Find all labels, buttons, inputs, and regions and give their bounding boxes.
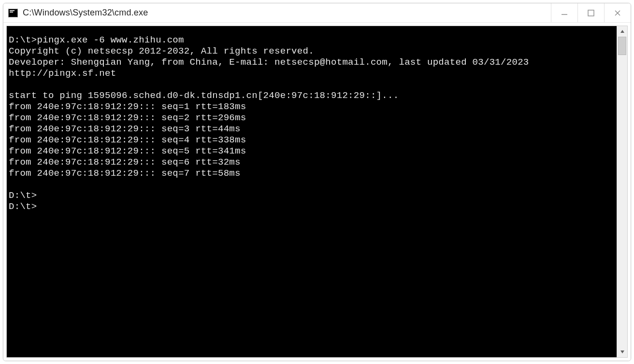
svg-rect-1 [588,10,594,16]
minimize-button[interactable] [551,3,577,22]
cmd-window: C:\Windows\System32\cmd.exe D:\t>pingx.e… [3,3,631,361]
scroll-track[interactable] [617,37,627,347]
maximize-button[interactable] [577,3,604,22]
window-title: C:\Windows\System32\cmd.exe [23,8,148,18]
close-icon [613,9,622,17]
titlebar[interactable]: C:\Windows\System32\cmd.exe [3,3,631,23]
terminal-wrap: D:\t>pingx.exe -6 www.zhihu.com Copyrigh… [6,26,628,358]
close-button[interactable] [604,3,631,22]
window-controls [551,3,631,22]
minimize-icon [560,9,569,17]
cmd-icon [8,9,18,17]
client-area: D:\t>pingx.exe -6 www.zhihu.com Copyrigh… [3,23,631,361]
scroll-thumb[interactable] [618,37,626,55]
scroll-up-button[interactable] [617,26,627,37]
maximize-icon [587,9,595,17]
scrollbar[interactable] [617,26,627,357]
chevron-down-icon [620,350,625,354]
chevron-up-icon [620,29,625,34]
scroll-down-button[interactable] [617,347,627,357]
terminal[interactable]: D:\t>pingx.exe -6 www.zhihu.com Copyrigh… [7,26,617,357]
svg-marker-5 [620,350,624,353]
svg-marker-4 [620,30,624,33]
